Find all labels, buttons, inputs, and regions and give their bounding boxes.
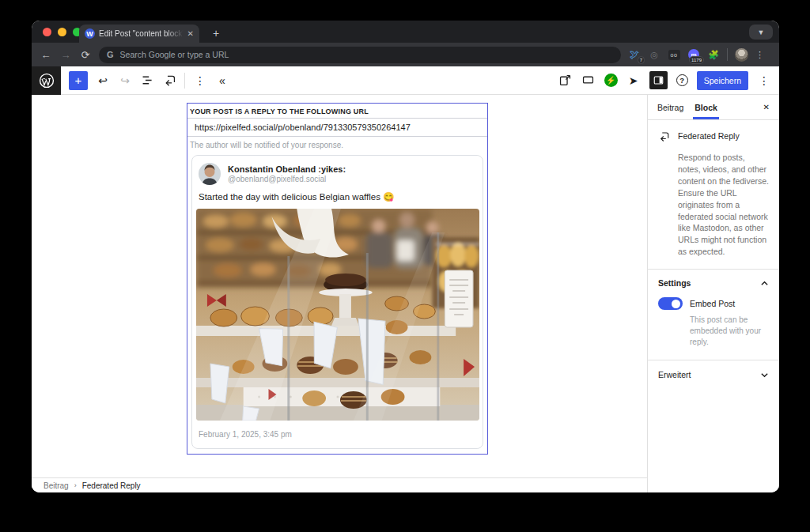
jetpack-icon[interactable]: ⚡ [604,74,618,87]
back-icon[interactable]: ← [40,49,52,61]
tab-block[interactable]: Block [695,95,717,119]
forward-icon[interactable]: → [59,49,72,61]
editor-options-icon[interactable]: ⋮ [757,74,771,88]
reply-url-label: YOUR POST IS A REPLY TO THE FOLLOWING UR… [187,104,487,118]
reload-icon[interactable]: ⟳ [79,49,92,61]
block-description: Respond to posts, notes, videos, and oth… [678,152,769,258]
author-handle: @obenland@pixelfed.social [228,175,346,183]
tab-title: Edit Post "content block" ‹ ob [99,29,184,38]
extension-badge: 1179 [689,56,704,64]
block-title: Federated Reply [678,130,740,141]
reply-url-input[interactable] [187,118,487,137]
embed-post-label: Embed Post [690,299,735,308]
tab-post[interactable]: Beitrag [657,95,683,119]
federated-reply-block-icon [658,130,671,145]
address-placeholder: Search Google or type a URL [120,50,229,59]
new-tab-button[interactable]: + [209,26,223,40]
help-icon[interactable]: ? [676,74,688,86]
post-date: February 1, 2025, 3:45 pm [192,421,483,448]
breadcrumb: Beitrag › Federated Reply [32,477,647,492]
undo-icon[interactable]: ↩ [96,74,110,88]
embed-post-helper: This post can be embedded with your repl… [690,315,769,348]
send-icon[interactable]: ➤ [626,74,641,88]
google-g-icon: G [107,50,114,59]
extensions-puzzle-icon[interactable]: 🧩 [707,48,720,61]
settings-panel-header[interactable]: Settings [658,278,769,288]
toolbar-divider [184,73,185,89]
close-window-button[interactable] [43,28,51,36]
author-name: Konstantin Obenland :yikes: [228,164,346,174]
author-avatar [199,163,221,185]
chevron-right-icon: › [74,481,77,489]
editor-header: + ↩ ↪ ⋮ « ⚡ ➤ ? Spei [32,66,779,95]
chrome-toolbar: ← → ⟳ G Search Google or type a URL 🕊 7 … [32,43,779,66]
address-bar[interactable]: G Search Google or type a URL [99,47,621,63]
chrome-menu-icon[interactable]: ⋮ [755,50,764,60]
list-view-icon[interactable] [140,74,154,88]
settings-sidebar: Beitrag Block ✕ Federated Reply Respond … [647,95,779,492]
chevron-up-icon [760,279,769,288]
block-options-icon[interactable]: ⋮ [193,74,207,88]
extension-bird-icon[interactable]: 🕊 7 [628,48,641,61]
extension-info-icon[interactable]: ◎ [648,48,660,61]
embed-post-toggle[interactable] [658,297,683,310]
wordpress-favicon: W [85,28,95,39]
federated-reply-block-icon[interactable] [162,74,176,88]
reply-helper-text: The author will be notified of your resp… [187,137,487,155]
chevron-down-icon [760,371,769,379]
save-button[interactable]: Speichern [697,71,748,90]
collapse-toolbar-icon[interactable]: « [215,74,229,88]
minimize-window-button[interactable] [58,28,66,36]
block-inserter-button[interactable]: + [69,71,88,90]
breadcrumb-root[interactable]: Beitrag [44,481,69,490]
browser-window: W Edit Post "content block" ‹ ob ✕ + ▼ ←… [32,21,779,492]
embedded-post-card: Konstantin Obenland :yikes: @obenland@pi… [191,155,483,449]
settings-sidebar-toggle[interactable] [649,71,668,89]
settings-panel: Settings Embed Post This post can be emb… [648,270,779,360]
window-controls [43,28,81,36]
editor-canvas[interactable]: YOUR POST IS A REPLY TO THE FOLLOWING UR… [32,95,647,492]
extension-mask-icon[interactable]: oo [668,50,680,60]
block-card: Federated Reply Respond to posts, notes,… [648,120,779,270]
view-post-icon[interactable] [558,74,573,88]
chrome-tab-strip: W Edit Post "content block" ‹ ob ✕ + ▼ [32,21,779,43]
federated-reply-block[interactable]: YOUR POST IS A REPLY TO THE FOLLOWING UR… [187,103,488,455]
post-photo-bakery-display [196,209,479,421]
settings-panel-title: Settings [658,278,691,288]
tab-search-chevron-icon[interactable]: ▼ [749,25,773,40]
preview-icon[interactable] [581,74,596,88]
sidebar-tabs: Beitrag Block ✕ [648,95,779,120]
extension-badge: 7 [638,56,645,64]
advanced-panel-header[interactable]: Erweitert [648,360,779,389]
extension-mastodon-icon[interactable]: m 1179 [687,48,700,61]
breadcrumb-current[interactable]: Federated Reply [82,481,141,490]
redo-icon[interactable]: ↪ [118,74,132,88]
profile-avatar[interactable] [735,48,748,62]
tab-close-icon[interactable]: ✕ [187,29,194,38]
advanced-panel-title: Erweitert [658,370,691,379]
post-content: Started the day with delicious Belgian w… [192,190,483,209]
browser-tab[interactable]: W Edit Post "content block" ‹ ob ✕ [79,25,199,43]
toolbar-divider [727,48,728,61]
close-sidebar-icon[interactable]: ✕ [763,103,770,111]
wordpress-logo[interactable] [32,66,61,95]
